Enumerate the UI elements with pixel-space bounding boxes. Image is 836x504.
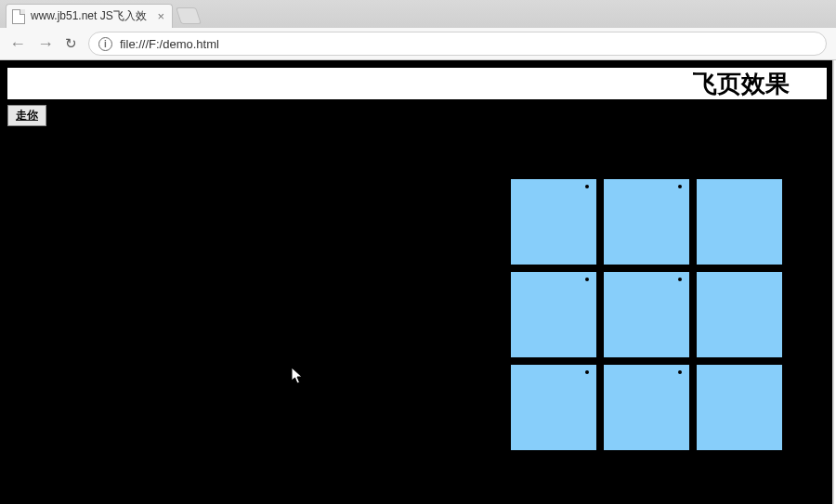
page-title: 飞页效果 [7,68,827,99]
tile[interactable] [697,272,782,357]
go-button[interactable]: 走你 [7,105,46,126]
tile[interactable] [604,365,689,450]
dot-icon [585,370,589,374]
new-tab-button[interactable] [176,7,202,24]
tab-strip: www.jb51.net JS飞入效 × [0,0,836,28]
reload-button[interactable]: ↻ [65,35,77,52]
tile[interactable] [604,272,689,357]
dot-icon [678,278,682,281]
site-info-icon[interactable]: i [98,37,112,51]
dot-icon [678,370,682,374]
tile[interactable] [604,179,689,265]
tile[interactable] [511,365,596,450]
mouse-cursor-icon [291,367,304,385]
tile[interactable] [511,179,596,265]
page-icon [12,9,25,24]
back-button[interactable]: ← [9,35,26,52]
close-icon[interactable]: × [157,10,164,22]
page-viewport: 飞页效果 走你 [0,60,834,504]
dot-icon [678,185,682,188]
browser-chrome: www.jb51.net JS飞入效 × ← → ↻ i file:///F:/… [0,0,836,60]
address-bar[interactable]: i file:///F:/demo.html [88,32,827,56]
scrollbar[interactable] [832,60,834,504]
browser-tab[interactable]: www.jb51.net JS飞入效 × [6,4,173,28]
browser-toolbar: ← → ↻ i file:///F:/demo.html [0,28,836,59]
dot-icon [585,278,589,281]
tile[interactable] [697,179,782,265]
tile[interactable] [511,272,596,357]
dot-icon [585,185,589,188]
tile-grid [511,179,782,450]
url-text: file:///F:/demo.html [120,37,219,51]
tile[interactable] [697,365,782,450]
forward-button[interactable]: → [37,35,54,52]
tab-title: www.jb51.net JS飞入效 [31,8,147,24]
